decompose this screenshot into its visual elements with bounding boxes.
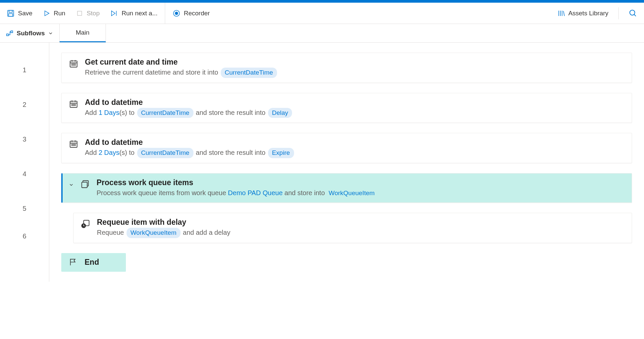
line-number: 5	[0, 191, 49, 226]
window-accent-bar	[0, 0, 644, 3]
step-body: Requeue item with delay Requeue WorkQueu…	[97, 218, 624, 238]
calendar-icon	[69, 59, 78, 68]
step-body: Add to datetime Add 1 Days(s) to Current…	[85, 98, 624, 118]
step-title: Requeue item with delay	[97, 218, 624, 227]
assets-library-button[interactable]: Assets Library	[556, 7, 610, 19]
save-icon	[7, 9, 15, 17]
line-number: 1	[0, 53, 49, 87]
subflows-dropdown[interactable]: Subflows	[0, 24, 60, 42]
line-number: 6	[0, 226, 49, 246]
line-number: 2	[0, 87, 49, 122]
svg-rect-16	[11, 31, 13, 33]
step-description: Add 1 Days(s) to CurrentDateTime and sto…	[85, 108, 624, 118]
svg-rect-4	[78, 11, 82, 15]
steps-area: Get current date and time Retrieve the c…	[49, 43, 644, 282]
play-icon	[43, 10, 50, 17]
calendar-icon	[69, 99, 78, 109]
toolbar-left-group: Save Run Stop Run next a...	[5, 7, 159, 19]
calendar-icon	[69, 139, 78, 149]
step-get-datetime[interactable]: Get current date and time Retrieve the c…	[61, 53, 632, 83]
flag-icon	[69, 258, 78, 267]
step-description: Process work queue items from work queue…	[97, 188, 624, 198]
record-icon	[172, 9, 180, 17]
variable-pill[interactable]: CurrentDateTime	[221, 68, 277, 78]
run-next-button[interactable]: Run next a...	[109, 8, 159, 19]
requeue-icon	[81, 219, 90, 228]
step-body: Process work queue items Process work qu…	[97, 178, 624, 198]
step-title: Add to datetime	[85, 98, 624, 107]
run-label: Run	[54, 10, 65, 17]
save-button[interactable]: Save	[5, 7, 34, 19]
library-icon	[557, 9, 565, 17]
line-number: 4	[0, 157, 49, 191]
toolbar-divider-right	[618, 7, 619, 19]
chevron-down-icon	[48, 31, 53, 36]
save-label: Save	[18, 10, 32, 17]
value-text: 1 Days	[99, 109, 119, 116]
svg-rect-1	[9, 10, 12, 12]
svg-line-12	[563, 11, 564, 16]
variable-pill[interactable]: Expire	[268, 148, 294, 158]
subflow-bar: Subflows Main	[0, 24, 644, 43]
svg-point-8	[175, 12, 178, 15]
toolbar-right-group: Assets Library	[556, 7, 639, 20]
svg-rect-2	[9, 14, 13, 16]
step-title: Add to datetime	[85, 138, 624, 147]
line-gutter: 1 2 3 4 5 6	[0, 43, 49, 282]
step-body: Add to datetime Add 2 Days(s) to Current…	[85, 138, 624, 158]
recorder-button[interactable]: Recorder	[171, 7, 211, 19]
canvas: 1 2 3 4 5 6 Get current date and time Re…	[0, 43, 644, 282]
step-process-queue[interactable]: Process work queue items Process work qu…	[61, 173, 632, 203]
play-next-icon	[110, 10, 118, 17]
svg-rect-36	[82, 182, 87, 187]
run-next-label: Run next a...	[122, 10, 158, 17]
collapse-toggle[interactable]	[69, 182, 74, 187]
run-button[interactable]: Run	[42, 8, 67, 19]
variable-pill[interactable]: Delay	[268, 108, 292, 118]
queue-name: Demo PAD Queue	[228, 189, 283, 196]
variable-pill[interactable]: CurrentDateTime	[137, 148, 193, 158]
svg-marker-3	[45, 11, 49, 16]
step-description: Requeue WorkQueueItem and add a delay	[97, 227, 624, 238]
variable-pill[interactable]: WorkQueueItem	[127, 228, 180, 238]
tab-main-label: Main	[76, 29, 89, 36]
toolbar: Save Run Stop Run next a... Recorder	[0, 3, 644, 24]
step-title: End	[85, 258, 99, 267]
flow-icon	[6, 30, 13, 37]
recorder-label: Recorder	[184, 10, 210, 17]
subflows-label: Subflows	[17, 30, 45, 37]
step-description: Add 2 Days(s) to CurrentDateTime and sto…	[85, 148, 624, 158]
stop-label: Stop	[87, 10, 100, 17]
search-icon	[629, 9, 637, 18]
stop-button[interactable]: Stop	[75, 8, 101, 19]
step-title: Get current date and time	[85, 58, 624, 67]
step-description: Retrieve the current datetime and store …	[85, 67, 624, 78]
step-body: Get current date and time Retrieve the c…	[85, 58, 624, 78]
step-add-datetime-1[interactable]: Add to datetime Add 1 Days(s) to Current…	[61, 93, 632, 123]
toolbar-divider	[165, 3, 165, 24]
search-button[interactable]	[627, 7, 639, 20]
value-text: 2 Days	[99, 149, 119, 156]
stop-icon	[76, 10, 83, 17]
step-add-datetime-2[interactable]: Add to datetime Add 2 Days(s) to Current…	[61, 133, 632, 163]
variable-pill[interactable]: WorkQueueItem	[327, 188, 376, 198]
svg-rect-15	[7, 34, 9, 36]
line-number: 3	[0, 122, 49, 157]
assets-label: Assets Library	[568, 10, 608, 17]
step-end[interactable]: End	[61, 253, 126, 272]
svg-line-14	[634, 14, 636, 16]
svg-point-13	[630, 10, 635, 15]
tab-main[interactable]: Main	[60, 24, 106, 42]
step-requeue-item[interactable]: Requeue item with delay Requeue WorkQueu…	[73, 213, 632, 243]
variable-pill[interactable]: CurrentDateTime	[137, 108, 193, 118]
svg-marker-5	[112, 11, 115, 16]
queue-icon	[81, 179, 90, 189]
step-title: Process work queue items	[97, 178, 624, 187]
